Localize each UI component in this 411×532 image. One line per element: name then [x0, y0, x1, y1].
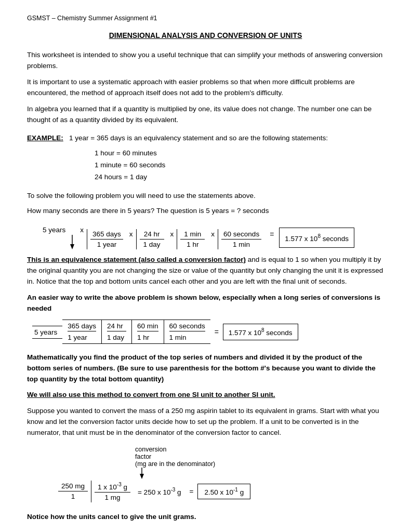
svg-marker-1 [70, 244, 74, 249]
fraction-3: 1 min 1 hr [177, 229, 208, 249]
cf-title: conversion [135, 446, 166, 453]
asp-eq2: = [190, 487, 194, 495]
cf-note: (mg are in the denominator) [135, 460, 215, 468]
cf-subtitle: factor [135, 453, 151, 460]
suppose-text: Suppose you wanted to convert the mass o… [27, 406, 384, 438]
asp-eq1: = 250 x 10-3 g [138, 487, 181, 496]
svg-marker-3 [140, 474, 144, 479]
x-1: x [80, 226, 84, 249]
asp-conv-frac: 1 x 10-3 g 1 mg [91, 481, 134, 502]
ct-row: 5 years 365 days 1 year 24 hr 1 day 60 m… [32, 320, 384, 345]
down-arrow-icon [69, 235, 76, 249]
asp-top: 250 mg [58, 481, 88, 491]
x-2: x [129, 230, 133, 245]
ct-result: 1.577 x 108 seconds [223, 324, 298, 340]
ct-cell-4: 60 seconds 1 min [164, 320, 210, 343]
equiv-2: 1 minute = 60 seconds [95, 159, 384, 171]
years-label: 5 years [43, 226, 65, 249]
cf-down-arrow-icon [138, 468, 145, 479]
intro-paragraph: This worksheet is intended to show you a… [27, 50, 384, 72]
notice-text: Notice how the units cancel to give the … [27, 512, 384, 523]
asp-frac-top: 1 x 10-3 g [95, 481, 130, 493]
aspirin-main-row: 250 mg 1 1 x 10-3 g 1 mg = 250 x 10-3 g … [58, 481, 384, 502]
conversion-table-wrap: 5 years 365 days 1 year 24 hr 1 day 60 m… [32, 320, 384, 345]
solve-text: To solve the following problem you will … [27, 191, 384, 202]
para3: In algebra you learned that if a quantit… [27, 104, 384, 126]
equals-1: = [270, 230, 274, 246]
fraction-4: 60 seconds 1 min [218, 229, 264, 249]
asp-frac-bottom: 1 mg [102, 493, 124, 502]
this-is-bold: This is an equivalence statement (also c… [27, 256, 246, 263]
cf-arrow [138, 468, 145, 481]
arrow-indicator [69, 235, 76, 249]
easier-way-title: An easier way to write the above problem… [27, 292, 384, 314]
x-4: x [211, 230, 215, 245]
aspirin-diagram: conversion factor (mg are in the denomin… [58, 446, 384, 502]
ct-equals: = [215, 328, 219, 336]
example-text: 1 year = 365 days is an equivalency stat… [69, 134, 328, 142]
asp-left-frac: 250 mg 1 [58, 481, 88, 501]
para2: It is important to use a systematic appr… [27, 77, 384, 99]
equiv-3: 24 hours = 1 day [95, 171, 384, 183]
conv-factor-label-area: conversion factor (mg are in the denomin… [135, 446, 384, 481]
question-line: How many seconds are there in 5 years? T… [27, 206, 384, 217]
ct-cell-3: 60 min 1 hr [131, 320, 164, 343]
ct-start: 5 years [32, 326, 62, 339]
header-line: GSMST – Chemistry Summer Assignment #1 [27, 15, 384, 22]
result-box-1: 1.577 x 108 seconds [279, 228, 354, 248]
this-is-text: This is an equivalence statement (also c… [27, 255, 384, 287]
asp-bottom: 1 [68, 491, 78, 501]
math-bold-text: Mathematically you find the product of t… [27, 352, 384, 385]
equivalencies: 1 hour = 60 minutes 1 minute = 60 second… [95, 148, 384, 183]
example-line: EXAMPLE: 1 year = 365 days is an equival… [27, 133, 384, 144]
fraction-1: 365 days 1 year [87, 229, 126, 249]
conversion-diagram-1: 5 years x 365 days 1 year x 24 hr 1 day … [43, 226, 384, 249]
main-title: DIMENSIONAL ANALYSIS AND CONVERSION OF U… [27, 31, 384, 39]
example-label: EXAMPLE: [27, 134, 63, 142]
ct-cell-2: 24 hr 1 day [101, 320, 131, 343]
conversion-table: 365 days 1 year 24 hr 1 day 60 min 1 hr … [62, 320, 210, 344]
asp-result-box: 2.50 x 10-1 g [197, 484, 250, 499]
x-3: x [170, 230, 174, 245]
ct-cell-1: 365 days 1 year [62, 320, 101, 343]
equiv-1: 1 hour = 60 minutes [95, 148, 384, 159]
si-unit-title: We will also use this method to convert … [27, 390, 384, 401]
fraction-2: 24 hr 1 day [136, 229, 167, 249]
